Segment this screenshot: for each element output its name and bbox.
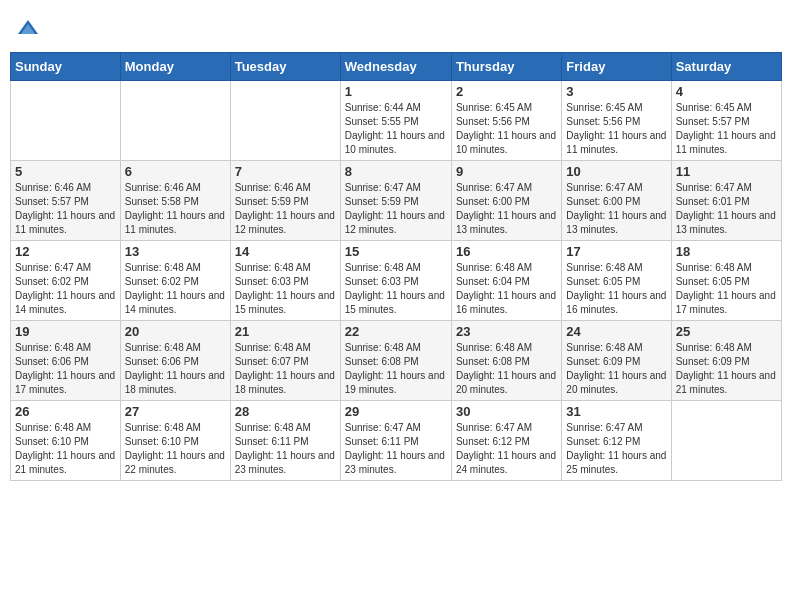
calendar-cell: 30Sunrise: 6:47 AMSunset: 6:12 PMDayligh… bbox=[451, 401, 561, 481]
calendar-cell: 28Sunrise: 6:48 AMSunset: 6:11 PMDayligh… bbox=[230, 401, 340, 481]
col-header-saturday: Saturday bbox=[671, 53, 781, 81]
calendar-cell: 4Sunrise: 6:45 AMSunset: 5:57 PMDaylight… bbox=[671, 81, 781, 161]
calendar-cell bbox=[671, 401, 781, 481]
col-header-thursday: Thursday bbox=[451, 53, 561, 81]
day-number: 18 bbox=[676, 244, 777, 259]
day-info: Sunrise: 6:47 AMSunset: 6:12 PMDaylight:… bbox=[566, 421, 666, 477]
calendar-cell: 1Sunrise: 6:44 AMSunset: 5:55 PMDaylight… bbox=[340, 81, 451, 161]
day-number: 31 bbox=[566, 404, 666, 419]
day-info: Sunrise: 6:48 AMSunset: 6:05 PMDaylight:… bbox=[566, 261, 666, 317]
day-info: Sunrise: 6:45 AMSunset: 5:57 PMDaylight:… bbox=[676, 101, 777, 157]
day-info: Sunrise: 6:48 AMSunset: 6:09 PMDaylight:… bbox=[566, 341, 666, 397]
calendar-cell: 6Sunrise: 6:46 AMSunset: 5:58 PMDaylight… bbox=[120, 161, 230, 241]
calendar-cell: 26Sunrise: 6:48 AMSunset: 6:10 PMDayligh… bbox=[11, 401, 121, 481]
calendar-cell: 8Sunrise: 6:47 AMSunset: 5:59 PMDaylight… bbox=[340, 161, 451, 241]
day-info: Sunrise: 6:48 AMSunset: 6:03 PMDaylight:… bbox=[345, 261, 447, 317]
day-info: Sunrise: 6:47 AMSunset: 6:11 PMDaylight:… bbox=[345, 421, 447, 477]
day-info: Sunrise: 6:48 AMSunset: 6:06 PMDaylight:… bbox=[15, 341, 116, 397]
calendar-cell: 27Sunrise: 6:48 AMSunset: 6:10 PMDayligh… bbox=[120, 401, 230, 481]
day-number: 30 bbox=[456, 404, 557, 419]
day-info: Sunrise: 6:47 AMSunset: 6:00 PMDaylight:… bbox=[566, 181, 666, 237]
day-info: Sunrise: 6:44 AMSunset: 5:55 PMDaylight:… bbox=[345, 101, 447, 157]
day-info: Sunrise: 6:45 AMSunset: 5:56 PMDaylight:… bbox=[456, 101, 557, 157]
day-number: 4 bbox=[676, 84, 777, 99]
day-number: 9 bbox=[456, 164, 557, 179]
day-info: Sunrise: 6:48 AMSunset: 6:08 PMDaylight:… bbox=[456, 341, 557, 397]
calendar-cell: 13Sunrise: 6:48 AMSunset: 6:02 PMDayligh… bbox=[120, 241, 230, 321]
day-info: Sunrise: 6:48 AMSunset: 6:05 PMDaylight:… bbox=[676, 261, 777, 317]
calendar-cell: 17Sunrise: 6:48 AMSunset: 6:05 PMDayligh… bbox=[562, 241, 671, 321]
col-header-sunday: Sunday bbox=[11, 53, 121, 81]
day-number: 5 bbox=[15, 164, 116, 179]
day-info: Sunrise: 6:47 AMSunset: 6:01 PMDaylight:… bbox=[676, 181, 777, 237]
logo-icon bbox=[14, 16, 42, 44]
day-info: Sunrise: 6:47 AMSunset: 6:00 PMDaylight:… bbox=[456, 181, 557, 237]
calendar-cell: 19Sunrise: 6:48 AMSunset: 6:06 PMDayligh… bbox=[11, 321, 121, 401]
day-info: Sunrise: 6:46 AMSunset: 5:59 PMDaylight:… bbox=[235, 181, 336, 237]
day-number: 23 bbox=[456, 324, 557, 339]
col-header-tuesday: Tuesday bbox=[230, 53, 340, 81]
day-number: 25 bbox=[676, 324, 777, 339]
day-number: 3 bbox=[566, 84, 666, 99]
calendar-cell: 14Sunrise: 6:48 AMSunset: 6:03 PMDayligh… bbox=[230, 241, 340, 321]
calendar-week-row: 5Sunrise: 6:46 AMSunset: 5:57 PMDaylight… bbox=[11, 161, 782, 241]
day-info: Sunrise: 6:47 AMSunset: 5:59 PMDaylight:… bbox=[345, 181, 447, 237]
day-number: 24 bbox=[566, 324, 666, 339]
day-info: Sunrise: 6:48 AMSunset: 6:10 PMDaylight:… bbox=[125, 421, 226, 477]
day-number: 8 bbox=[345, 164, 447, 179]
day-info: Sunrise: 6:48 AMSunset: 6:10 PMDaylight:… bbox=[15, 421, 116, 477]
calendar-cell: 15Sunrise: 6:48 AMSunset: 6:03 PMDayligh… bbox=[340, 241, 451, 321]
day-number: 20 bbox=[125, 324, 226, 339]
col-header-monday: Monday bbox=[120, 53, 230, 81]
day-number: 29 bbox=[345, 404, 447, 419]
page-header bbox=[10, 10, 782, 44]
day-info: Sunrise: 6:48 AMSunset: 6:04 PMDaylight:… bbox=[456, 261, 557, 317]
calendar-table: SundayMondayTuesdayWednesdayThursdayFrid… bbox=[10, 52, 782, 481]
calendar-week-row: 26Sunrise: 6:48 AMSunset: 6:10 PMDayligh… bbox=[11, 401, 782, 481]
day-info: Sunrise: 6:46 AMSunset: 5:57 PMDaylight:… bbox=[15, 181, 116, 237]
calendar-cell: 11Sunrise: 6:47 AMSunset: 6:01 PMDayligh… bbox=[671, 161, 781, 241]
calendar-cell: 31Sunrise: 6:47 AMSunset: 6:12 PMDayligh… bbox=[562, 401, 671, 481]
col-header-friday: Friday bbox=[562, 53, 671, 81]
calendar-cell: 2Sunrise: 6:45 AMSunset: 5:56 PMDaylight… bbox=[451, 81, 561, 161]
calendar-cell: 20Sunrise: 6:48 AMSunset: 6:06 PMDayligh… bbox=[120, 321, 230, 401]
day-number: 12 bbox=[15, 244, 116, 259]
calendar-cell: 16Sunrise: 6:48 AMSunset: 6:04 PMDayligh… bbox=[451, 241, 561, 321]
day-number: 13 bbox=[125, 244, 226, 259]
calendar-cell bbox=[120, 81, 230, 161]
day-number: 15 bbox=[345, 244, 447, 259]
calendar-cell bbox=[230, 81, 340, 161]
day-number: 7 bbox=[235, 164, 336, 179]
day-number: 21 bbox=[235, 324, 336, 339]
day-number: 6 bbox=[125, 164, 226, 179]
calendar-cell: 10Sunrise: 6:47 AMSunset: 6:00 PMDayligh… bbox=[562, 161, 671, 241]
day-number: 16 bbox=[456, 244, 557, 259]
day-number: 1 bbox=[345, 84, 447, 99]
calendar-cell: 22Sunrise: 6:48 AMSunset: 6:08 PMDayligh… bbox=[340, 321, 451, 401]
calendar-cell: 23Sunrise: 6:48 AMSunset: 6:08 PMDayligh… bbox=[451, 321, 561, 401]
calendar-week-row: 1Sunrise: 6:44 AMSunset: 5:55 PMDaylight… bbox=[11, 81, 782, 161]
day-number: 2 bbox=[456, 84, 557, 99]
day-number: 28 bbox=[235, 404, 336, 419]
day-number: 17 bbox=[566, 244, 666, 259]
day-info: Sunrise: 6:46 AMSunset: 5:58 PMDaylight:… bbox=[125, 181, 226, 237]
day-number: 27 bbox=[125, 404, 226, 419]
day-info: Sunrise: 6:47 AMSunset: 6:02 PMDaylight:… bbox=[15, 261, 116, 317]
day-number: 10 bbox=[566, 164, 666, 179]
day-number: 11 bbox=[676, 164, 777, 179]
day-info: Sunrise: 6:48 AMSunset: 6:02 PMDaylight:… bbox=[125, 261, 226, 317]
day-info: Sunrise: 6:45 AMSunset: 5:56 PMDaylight:… bbox=[566, 101, 666, 157]
day-info: Sunrise: 6:48 AMSunset: 6:11 PMDaylight:… bbox=[235, 421, 336, 477]
day-number: 22 bbox=[345, 324, 447, 339]
calendar-cell: 18Sunrise: 6:48 AMSunset: 6:05 PMDayligh… bbox=[671, 241, 781, 321]
calendar-cell: 29Sunrise: 6:47 AMSunset: 6:11 PMDayligh… bbox=[340, 401, 451, 481]
col-header-wednesday: Wednesday bbox=[340, 53, 451, 81]
calendar-week-row: 12Sunrise: 6:47 AMSunset: 6:02 PMDayligh… bbox=[11, 241, 782, 321]
logo bbox=[14, 16, 44, 44]
day-info: Sunrise: 6:48 AMSunset: 6:08 PMDaylight:… bbox=[345, 341, 447, 397]
calendar-cell bbox=[11, 81, 121, 161]
calendar-cell: 9Sunrise: 6:47 AMSunset: 6:00 PMDaylight… bbox=[451, 161, 561, 241]
calendar-cell: 5Sunrise: 6:46 AMSunset: 5:57 PMDaylight… bbox=[11, 161, 121, 241]
day-number: 19 bbox=[15, 324, 116, 339]
day-info: Sunrise: 6:48 AMSunset: 6:06 PMDaylight:… bbox=[125, 341, 226, 397]
